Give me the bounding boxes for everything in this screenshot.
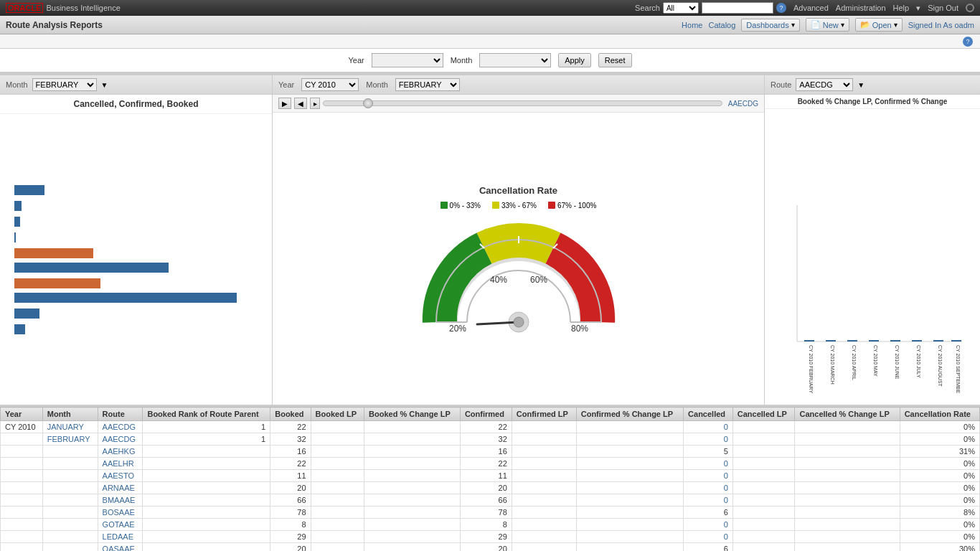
xlabel-2: CY 2010 MARCH xyxy=(830,345,835,385)
signed-in-user: oadm xyxy=(954,21,974,29)
table-row: AAESTO111100% xyxy=(1,470,980,482)
new-icon: 📄 xyxy=(811,20,821,29)
confirmed-bar xyxy=(14,324,25,334)
second-navigation-bar: Route Analysis Reports Home Catalog Dash… xyxy=(0,16,980,34)
home-link[interactable]: Home xyxy=(682,21,702,29)
route-arrow[interactable]: ▼ xyxy=(857,81,864,89)
administration-link[interactable]: Administration xyxy=(836,4,886,12)
col-cancelled: Cancelled xyxy=(684,408,733,421)
bar-6 xyxy=(912,340,922,342)
filter-bar: Year CY 2010 CY 2011 Month JANUARY FEBRU… xyxy=(0,49,980,72)
col-year: Year xyxy=(1,408,43,421)
gauge-label-60: 60% xyxy=(529,275,547,285)
gauge-container: Cancellation Rate 0% - 33% 33% - 67% 67%… xyxy=(273,113,764,405)
confirmed-bar xyxy=(14,185,44,195)
bar-7 xyxy=(933,340,943,342)
bar-row-2 xyxy=(14,199,258,212)
help-link[interactable]: Help xyxy=(893,4,910,12)
confirmed-bar xyxy=(14,309,39,319)
help-bar: ? xyxy=(0,34,980,49)
bar-1 xyxy=(804,340,814,342)
gauge-svg: 20% 40% 60% 80% xyxy=(418,218,619,340)
search-help-icon[interactable]: ? xyxy=(776,3,786,13)
yellow-label: 33% - 67% xyxy=(501,202,537,209)
left-chart-area xyxy=(0,114,272,405)
col-cancelledchg: Cancelled % Change LP xyxy=(795,408,900,421)
gauge-svg-container: 20% 40% 60% 80% xyxy=(418,218,619,333)
reset-button[interactable]: Reset xyxy=(598,53,632,67)
col-confirmedlp: Confirmed LP xyxy=(512,408,576,421)
help-icon[interactable]: ? xyxy=(963,37,973,47)
mid-month-select[interactable]: FEBRUARY MARCH xyxy=(395,78,460,91)
col-rank: Booked Rank of Route Parent xyxy=(143,408,270,421)
left-panel-header: Month FEBRUARY JANUARY MARCH ▼ xyxy=(0,75,272,95)
right-panel-header: Route AAECDG ▼ xyxy=(765,75,980,95)
search-filter-select[interactable]: All xyxy=(663,2,699,14)
table-row: LEDAAE292900% xyxy=(1,531,980,543)
col-bookedlp: Booked LP xyxy=(311,408,364,421)
month-filter-select[interactable]: JANUARY FEBRUARY MARCH xyxy=(479,53,551,67)
col-bookedchg: Booked % Change LP xyxy=(364,408,461,421)
panels-row: Month FEBRUARY JANUARY MARCH ▼ Cancelled… xyxy=(0,75,980,405)
slider-value-label: AAECDG xyxy=(728,100,758,108)
bi-title: Business Intelligence xyxy=(46,4,120,12)
table-row: QASAAE2020630% xyxy=(1,543,980,552)
left-month-label: Month xyxy=(6,80,28,89)
bar-4 xyxy=(869,340,879,342)
col-cancelledlp: Cancelled LP xyxy=(732,408,795,421)
green-label: 0% - 33% xyxy=(450,202,481,209)
gauge-label-40: 40% xyxy=(489,275,507,285)
green-dot xyxy=(440,202,448,209)
signout-link[interactable]: Sign Out xyxy=(928,4,958,12)
catalog-link[interactable]: Catalog xyxy=(708,21,735,29)
year-filter-select[interactable]: CY 2010 CY 2011 xyxy=(372,53,443,67)
top-nav-links: Advanced Administration Help▾ Sign Out xyxy=(793,4,974,13)
open-icon: 📂 xyxy=(860,20,870,29)
left-month-select[interactable]: FEBRUARY JANUARY MARCH xyxy=(32,78,97,91)
apply-button[interactable]: Apply xyxy=(558,53,591,67)
play-button[interactable]: ▶ xyxy=(278,98,291,109)
mid-year-select[interactable]: CY 2010 xyxy=(301,78,359,91)
next-button[interactable]: ▸ xyxy=(310,98,320,109)
advanced-link[interactable]: Advanced xyxy=(793,4,829,12)
prev-button[interactable]: ◀ xyxy=(294,98,307,109)
power-icon xyxy=(966,4,974,12)
yellow-dot xyxy=(492,202,499,209)
mid-year-label: Year xyxy=(278,80,294,89)
cancelled-bar xyxy=(14,248,93,258)
table-row: AAEHKG1616531% xyxy=(1,446,980,458)
top-navigation-bar: ORACLE Business Intelligence Search All … xyxy=(0,0,980,16)
bar-row-1 xyxy=(14,184,258,197)
search-input[interactable] xyxy=(702,2,773,14)
red-label: 67% - 100% xyxy=(557,202,596,209)
col-cancelrate: Cancellation Rate xyxy=(900,408,979,421)
bar-row-5 xyxy=(14,307,258,320)
col-confirmed: Confirmed xyxy=(460,408,512,421)
legend-yellow: 33% - 67% xyxy=(492,202,537,209)
bar-row-4 xyxy=(14,231,258,244)
gauge-legend: 0% - 33% 33% - 67% 67% - 100% xyxy=(440,202,597,209)
bar-8 xyxy=(951,340,961,342)
table-row: CY 2010JANUARYAAECDG1222200% xyxy=(1,421,980,433)
table-row: GOTAAE8800% xyxy=(1,519,980,531)
xlabel-7: CY 2010 AUGUST xyxy=(938,345,943,387)
table-section: Year Month Route Booked Rank of Route Pa… xyxy=(0,405,980,551)
right-chart-area: CY 2010 FEBRUARY CY 2010 MARCH CY 2010 A… xyxy=(765,109,980,405)
confirmed-bar xyxy=(14,263,169,273)
bar-2 xyxy=(826,340,836,342)
search-label: Search xyxy=(635,4,660,12)
xlabel-5: CY 2010 JUNE xyxy=(895,345,900,380)
open-button[interactable]: 📂 Open ▾ xyxy=(855,18,903,32)
col-route: Route xyxy=(98,408,143,421)
slider-track[interactable] xyxy=(323,100,722,106)
col-month: Month xyxy=(42,408,98,421)
route-select[interactable]: AAECDG xyxy=(796,78,853,91)
col-booked: Booked xyxy=(270,408,311,421)
slider-thumb[interactable] xyxy=(363,98,373,108)
left-month-arrow[interactable]: ▼ xyxy=(101,81,108,89)
dashboards-button[interactable]: Dashboards ▾ xyxy=(741,19,799,32)
mid-month-label: Month xyxy=(366,80,388,89)
nav-buttons: Home Catalog Dashboards ▾ 📄 New ▾ 📂 Open… xyxy=(682,18,974,32)
right-chart-title: Booked % Change LP, Confirmed % Change xyxy=(765,95,980,109)
new-button[interactable]: 📄 New ▾ xyxy=(806,18,849,32)
